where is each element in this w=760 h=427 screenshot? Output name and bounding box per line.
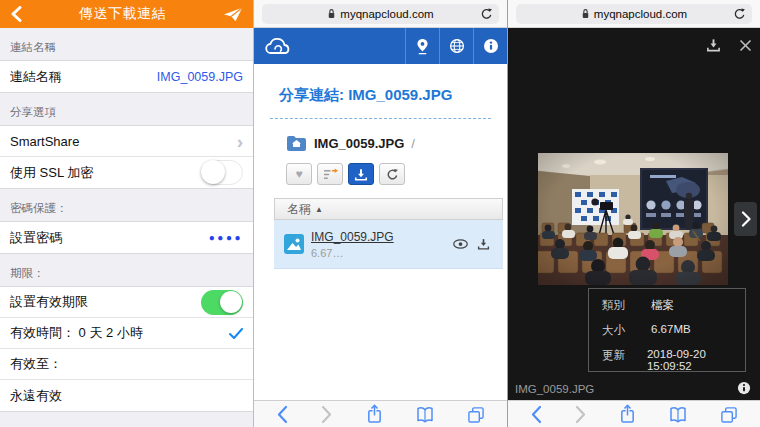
heart-icon: ♥ — [295, 167, 302, 181]
tabs-icon[interactable] — [720, 406, 738, 423]
breadcrumb-name[interactable]: IMG_0059.JPG — [314, 136, 404, 151]
download-image-icon[interactable] — [706, 38, 721, 52]
group-link-name: 連結名稱 IMG_0059.JPG — [0, 60, 253, 93]
qnapcloud-header — [254, 28, 507, 64]
favorite-button[interactable]: ♥ — [286, 163, 312, 185]
valid-until-label: 有效至： — [10, 355, 62, 373]
table-header-name[interactable]: 名稱 ▲ — [274, 198, 503, 220]
chevron-right-icon: › — [237, 132, 243, 151]
app-title: 傳送下載連結 — [22, 5, 223, 23]
page-title: 分享連結: IMG_0059.JPG — [254, 64, 507, 105]
sort-button[interactable] — [317, 163, 343, 185]
chevron-right-icon — [741, 211, 751, 227]
home-folder-icon[interactable] — [286, 135, 307, 151]
address-text: myqnapcloud.com — [594, 8, 687, 20]
location-pin-icon[interactable] — [405, 28, 439, 64]
download-icon — [354, 168, 368, 181]
file-details-box: 類別 檔案 大小 6.67MB 更新 2018-09-20 15:09:52 — [588, 288, 746, 372]
browser-image-viewer: myqnapcloud.com — [507, 0, 760, 427]
lock-icon — [327, 8, 336, 19]
section-link-name: 連結名稱 — [0, 28, 253, 60]
group-password: 設置密碼 ●●●● — [0, 221, 253, 254]
reload-icon[interactable] — [733, 7, 746, 21]
file-row[interactable]: IMG_0059.JPG 6.67… — [274, 220, 503, 269]
section-expiry: 期限： — [0, 254, 253, 286]
smartshare-label: SmartShare — [10, 134, 79, 149]
share-settings-panel: 傳送下載連結 連結名稱 連結名稱 IMG_0059.JPG 分享選項 Smart… — [0, 0, 253, 427]
file-row-actions — [453, 238, 490, 250]
set-password-label: 設置密碼 — [10, 229, 62, 247]
detail-value: 6.67MB — [651, 323, 691, 338]
link-name-label: 連結名稱 — [10, 68, 62, 86]
address-pill[interactable]: myqnapcloud.com — [516, 4, 752, 24]
detail-value: 檔案 — [651, 298, 674, 313]
forward-nav-icon[interactable] — [321, 405, 333, 424]
globe-icon[interactable] — [439, 28, 473, 64]
valid-time-row[interactable]: 有效時間： 0 天 2 小時 — [0, 318, 253, 349]
share-sheet-icon[interactable] — [619, 404, 636, 424]
detail-label: 大小 — [602, 323, 651, 338]
image-file-icon — [284, 234, 304, 254]
link-name-row[interactable]: 連結名稱 IMG_0059.JPG — [0, 61, 253, 92]
share-sheet-icon[interactable] — [366, 404, 383, 424]
detail-row-type: 類別 檔案 — [602, 298, 745, 313]
check-icon — [229, 328, 243, 339]
set-expiry-label: 設置有效期限 — [10, 293, 88, 311]
file-name-link[interactable]: IMG_0059.JPG — [311, 230, 453, 244]
file-toolbar: ♥ — [254, 151, 507, 185]
link-name-value: IMG_0059.JPG — [157, 70, 243, 84]
refresh-button[interactable] — [379, 163, 405, 185]
group-share-options: SmartShare › 使用 SSL 加密 — [0, 125, 253, 189]
address-pill[interactable]: myqnapcloud.com — [262, 4, 499, 24]
send-icon[interactable] — [223, 6, 243, 23]
forever-row[interactable]: 永遠有效 — [0, 380, 253, 411]
forward-nav-icon[interactable] — [575, 405, 587, 424]
password-dots: ●●●● — [209, 232, 243, 243]
bookmarks-icon[interactable] — [416, 406, 434, 423]
detail-label: 更新 — [602, 348, 647, 372]
close-icon[interactable] — [739, 39, 752, 52]
download-all-button[interactable] — [348, 163, 374, 185]
screenshot-stage: 傳送下載連結 連結名稱 連結名稱 IMG_0059.JPG 分享選項 Smart… — [0, 0, 760, 427]
qnap-cloud-logo-icon[interactable] — [264, 35, 405, 57]
sort-ascending-icon: ▲ — [315, 205, 323, 214]
image-viewer: 類別 檔案 大小 6.67MB 更新 2018-09-20 15:09:52 I… — [508, 28, 760, 400]
back-nav-icon[interactable] — [276, 405, 288, 424]
back-nav-icon[interactable] — [530, 405, 542, 424]
smartshare-row[interactable]: SmartShare › — [0, 126, 253, 157]
ssl-label: 使用 SSL 加密 — [10, 164, 93, 182]
valid-until-row[interactable]: 有效至： — [0, 349, 253, 380]
bookmarks-icon[interactable] — [669, 406, 687, 423]
breadcrumb: IMG_0059.JPG / — [254, 119, 507, 151]
reload-icon[interactable] — [480, 7, 493, 21]
safari-address-bar: myqnapcloud.com — [508, 0, 760, 28]
photo-preview — [538, 153, 728, 285]
info-toggle-icon[interactable] — [737, 381, 751, 395]
detail-row-updated: 更新 2018-09-20 15:09:52 — [602, 348, 745, 372]
safari-address-bar: myqnapcloud.com — [254, 0, 507, 28]
preview-eye-icon[interactable] — [453, 239, 468, 249]
app-header: 傳送下載連結 — [0, 0, 253, 28]
ssl-toggle[interactable] — [201, 160, 243, 185]
tabs-icon[interactable] — [467, 406, 485, 423]
next-image-button[interactable] — [734, 202, 757, 236]
address-text: myqnapcloud.com — [340, 8, 433, 20]
expiry-toggle[interactable] — [201, 290, 243, 315]
browser-share-page: myqnapcloud.com 分享連結: IMG_0059.JPG — [253, 0, 507, 427]
file-meta: IMG_0059.JPG 6.67… — [311, 230, 453, 259]
detail-row-size: 大小 6.67MB — [602, 323, 745, 338]
download-file-icon[interactable] — [477, 238, 490, 250]
valid-time-label: 有效時間： 0 天 2 小時 — [10, 324, 143, 342]
lock-icon — [581, 8, 590, 19]
set-password-row[interactable]: 設置密碼 ●●●● — [0, 222, 253, 253]
refresh-icon — [386, 168, 399, 181]
group-expiry: 設置有效期限 有效時間： 0 天 2 小時 有效至： 永遠有效 — [0, 286, 253, 412]
sort-icon — [323, 168, 338, 181]
section-share-options: 分享選項 — [0, 93, 253, 125]
back-icon[interactable] — [10, 6, 22, 22]
set-expiry-row: 設置有效期限 — [0, 287, 253, 318]
file-size: 6.67… — [311, 247, 453, 259]
breadcrumb-separator: / — [411, 136, 415, 151]
ssl-row: 使用 SSL 加密 — [0, 157, 253, 188]
info-icon[interactable] — [473, 28, 507, 64]
